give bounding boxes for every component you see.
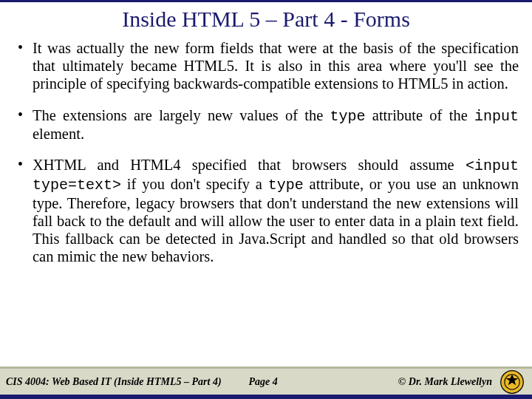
footer-author: © Dr. Mark Llewellyn (398, 376, 492, 388)
bullet-text: element. (33, 126, 84, 142)
bullet-item: XHTML and HTML4 specified that browsers … (13, 156, 519, 265)
bullet-text: The extensions are largely new values of… (33, 107, 330, 123)
slide-footer: CIS 4004: Web Based IT (Inside HTML5 – P… (0, 366, 532, 399)
code-inline: type (330, 108, 366, 125)
footer-page: Page 4 (248, 376, 277, 388)
bullet-text: XHTML and HTML4 specified that browsers … (33, 157, 466, 173)
code-inline: type (268, 177, 304, 194)
bullet-list: It was actually the new form fields that… (13, 39, 519, 265)
bullet-text: if you don't specify a (121, 176, 268, 192)
slide-title: Inside HTML 5 – Part 4 - Forms (0, 7, 532, 32)
code-inline: input (474, 108, 519, 125)
bullet-text: It was actually the new form fields that… (33, 40, 519, 92)
bullet-text: attribute of the (366, 107, 474, 123)
bullet-item: The extensions are largely new values of… (13, 106, 519, 143)
bullet-item: It was actually the new form fields that… (13, 39, 519, 93)
ucf-logo-icon (499, 369, 525, 395)
footer-course: CIS 4004: Web Based IT (Inside HTML5 – P… (6, 376, 222, 388)
slide-content: It was actually the new form fields that… (0, 39, 532, 366)
slide: Inside HTML 5 – Part 4 - Forms It was ac… (0, 0, 532, 399)
footer-right-wrap: © Dr. Mark Llewellyn (398, 369, 525, 395)
